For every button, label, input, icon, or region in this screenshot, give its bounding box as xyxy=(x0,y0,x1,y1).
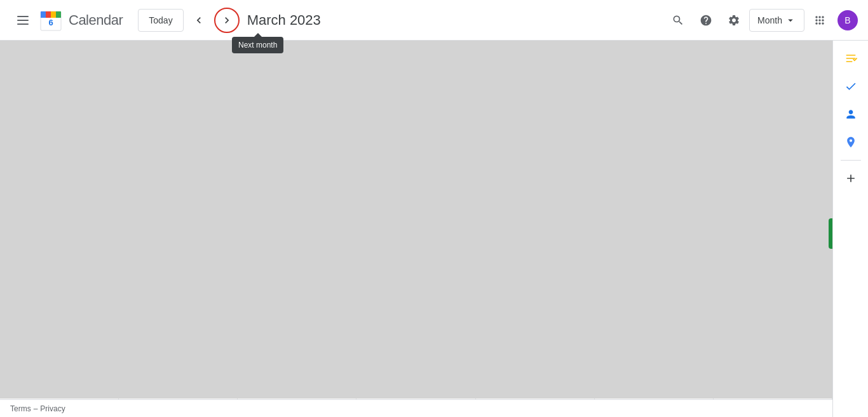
chevron-right-icon xyxy=(220,14,233,27)
svg-rect-0 xyxy=(17,16,29,17)
svg-rect-8 xyxy=(56,11,61,18)
next-period-button[interactable] xyxy=(214,8,240,33)
svg-rect-11 xyxy=(846,58,855,59)
prev-period-button[interactable] xyxy=(186,8,212,33)
col-line-1 xyxy=(0,399,119,399)
contacts-sidebar-button[interactable] xyxy=(838,102,864,127)
header: 6 Calendar Today March 2023 xyxy=(0,0,868,41)
settings-button[interactable] xyxy=(721,8,747,33)
menu-icon xyxy=(17,15,29,26)
privacy-link[interactable]: Privacy xyxy=(40,404,65,413)
bottom-bar: Terms – Privacy xyxy=(0,399,832,417)
calendar-column-dividers xyxy=(0,399,832,399)
tasks-icon xyxy=(844,52,857,65)
app-name-label: Calendar xyxy=(69,12,123,29)
col-line-2 xyxy=(119,399,238,399)
view-selector-label: Month xyxy=(757,15,782,25)
col-line-5 xyxy=(476,399,595,399)
header-right-controls: Month B xyxy=(665,8,858,33)
current-period-label: March 2023 xyxy=(247,12,321,29)
svg-rect-5 xyxy=(41,11,46,18)
svg-rect-7 xyxy=(51,11,56,18)
svg-rect-10 xyxy=(846,55,855,56)
col-line-4 xyxy=(356,399,475,399)
dropdown-arrow-icon xyxy=(785,15,796,26)
tasks-sidebar-button[interactable] xyxy=(838,46,864,71)
svg-rect-1 xyxy=(17,20,29,21)
search-icon xyxy=(672,14,684,27)
help-button[interactable] xyxy=(693,8,719,33)
green-accent-bar xyxy=(829,218,832,249)
svg-rect-6 xyxy=(46,11,51,18)
user-avatar-button[interactable]: B xyxy=(837,10,858,30)
chevron-left-icon xyxy=(193,14,205,27)
sidebar-divider xyxy=(841,160,861,161)
today-button[interactable]: Today xyxy=(138,9,183,32)
right-sidebar xyxy=(832,41,868,417)
settings-icon xyxy=(728,14,740,27)
col-line-3 xyxy=(238,399,356,399)
col-line-7 xyxy=(714,399,832,399)
menu-button[interactable] xyxy=(10,8,36,33)
col-line-6 xyxy=(595,399,714,399)
plus-icon xyxy=(844,172,857,185)
maps-icon xyxy=(844,136,857,149)
nav-controls: Today March 2023 xyxy=(138,8,321,33)
apps-button[interactable] xyxy=(807,8,832,33)
terms-link[interactable]: Terms xyxy=(10,404,31,413)
apps-grid-icon xyxy=(813,14,826,27)
view-selector-button[interactable]: Month xyxy=(749,9,804,32)
help-icon xyxy=(700,14,712,27)
calendar-grid-area xyxy=(0,41,832,417)
logo-link[interactable]: 6 Calendar xyxy=(38,8,123,33)
svg-rect-2 xyxy=(17,23,29,25)
reminders-sidebar-button[interactable] xyxy=(838,74,864,99)
svg-rect-12 xyxy=(846,61,852,62)
maps-sidebar-button[interactable] xyxy=(838,129,864,155)
calendar-logo-icon: 6 xyxy=(38,8,64,33)
bottom-separator: – xyxy=(34,404,38,413)
contacts-icon xyxy=(844,108,857,121)
avatar-letter: B xyxy=(844,15,850,25)
svg-text:6: 6 xyxy=(48,18,53,27)
main-content: Terms – Privacy xyxy=(0,41,868,417)
reminders-icon xyxy=(844,80,857,93)
sidebar-add-button[interactable] xyxy=(838,166,864,191)
search-button[interactable] xyxy=(665,8,691,33)
